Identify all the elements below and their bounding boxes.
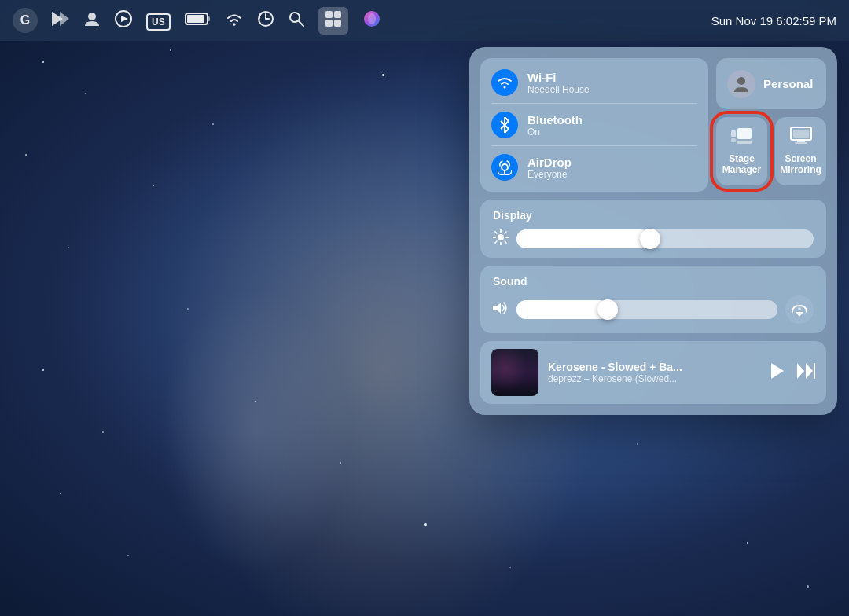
wifi-sublabel: Needell House — [527, 84, 590, 95]
volume-fill — [516, 300, 608, 319]
svg-point-8 — [233, 23, 235, 25]
volume-slider[interactable] — [516, 300, 777, 319]
sound-title: Sound — [493, 275, 814, 288]
svg-point-21 — [737, 77, 745, 85]
right-col: Personal Stage Manager — [716, 58, 826, 192]
grammarly-icon[interactable]: G — [13, 8, 38, 33]
svg-rect-14 — [334, 11, 341, 18]
keyboard-badge: US — [146, 13, 171, 31]
keyboard-input-icon[interactable]: US — [146, 13, 171, 29]
bluetooth-icon-wrap — [491, 112, 518, 138]
svg-line-36 — [505, 241, 506, 243]
volume-icon — [493, 301, 509, 318]
svg-rect-45 — [814, 363, 815, 379]
play-button[interactable] — [770, 362, 785, 383]
svg-marker-4 — [121, 16, 128, 22]
spotlight-icon[interactable] — [289, 11, 304, 31]
directmail-icon[interactable] — [52, 12, 69, 30]
album-art — [491, 349, 538, 396]
svg-rect-7 — [208, 16, 210, 21]
airdrop-label: AirDrop — [527, 156, 572, 169]
svg-point-30 — [498, 234, 504, 240]
svg-marker-43 — [797, 363, 804, 379]
screen-mirroring-icon — [790, 126, 812, 150]
brightness-thumb[interactable] — [640, 229, 660, 249]
wifi-menubar-icon[interactable] — [226, 12, 243, 30]
svg-point-11 — [290, 13, 300, 22]
bluetooth-sublabel: On — [527, 126, 583, 138]
svg-marker-39 — [493, 302, 501, 314]
time-machine-icon[interactable] — [257, 10, 274, 31]
volume-slider-row — [493, 295, 814, 324]
siri-icon[interactable] — [362, 9, 381, 32]
screen-mirroring-label: Screen Mirroring — [780, 153, 821, 176]
svg-line-35 — [495, 232, 497, 233]
track-artist: deprezz – Kerosene (Slowed... — [548, 373, 760, 384]
menubar-datetime: Sun Nov 19 6:02:59 PM — [711, 14, 836, 28]
reeder-icon[interactable] — [115, 10, 132, 31]
svg-rect-22 — [737, 128, 752, 139]
svg-point-18 — [368, 13, 376, 24]
contacts-icon[interactable] — [83, 10, 101, 31]
svg-marker-44 — [806, 363, 813, 379]
svg-rect-24 — [731, 138, 736, 142]
menubar-right: Sun Nov 19 6:02:59 PM — [711, 14, 836, 28]
cc-top-row: Wi-Fi Needell House Bluetooth On — [480, 58, 826, 192]
screen-mirroring-tile[interactable]: Screen Mirroring — [775, 117, 826, 185]
svg-rect-27 — [793, 130, 809, 138]
menubar-left: G US — [13, 7, 381, 35]
svg-marker-40 — [796, 312, 803, 317]
stage-manager-icon — [731, 126, 753, 150]
track-info: Kerosene - Slowed + Ba... deprezz – Kero… — [548, 361, 760, 384]
album-art-inner — [491, 349, 538, 396]
svg-rect-23 — [731, 130, 736, 137]
brightness-fill — [516, 229, 650, 248]
battery-icon[interactable] — [185, 12, 211, 30]
stage-screen-row: Stage Manager Screen Mirroring — [716, 117, 826, 185]
now-playing-section: Kerosene - Slowed + Ba... deprezz – Kero… — [480, 341, 826, 404]
airplay-output-button[interactable] — [785, 295, 814, 324]
airdrop-sublabel: Everyone — [527, 169, 572, 180]
svg-line-12 — [299, 21, 303, 26]
svg-rect-28 — [797, 140, 805, 142]
brightness-slider[interactable] — [516, 229, 814, 248]
svg-rect-6 — [187, 15, 204, 23]
display-section: Display — [480, 200, 826, 258]
svg-rect-16 — [334, 20, 341, 27]
stage-manager-tile[interactable]: Stage Manager — [716, 117, 767, 185]
menubar: G US — [0, 0, 849, 41]
personal-hotspot-icon — [727, 70, 755, 98]
brightness-slider-row — [493, 229, 814, 248]
brightness-icon — [493, 229, 509, 248]
svg-marker-1 — [60, 12, 69, 26]
personal-hotspot-block[interactable]: Personal — [716, 58, 826, 109]
wifi-row[interactable]: Wi-Fi Needell House — [480, 61, 708, 104]
airdrop-row[interactable]: AirDrop Everyone — [480, 146, 708, 189]
sound-section: Sound — [480, 266, 826, 333]
svg-rect-29 — [795, 142, 807, 144]
svg-rect-25 — [737, 141, 752, 144]
volume-thumb[interactable] — [597, 299, 618, 320]
control-center-menubar-icon[interactable] — [318, 7, 348, 35]
connectivity-block: Wi-Fi Needell House Bluetooth On — [480, 58, 708, 192]
svg-rect-15 — [325, 20, 333, 27]
stage-manager-label: Stage Manager — [721, 153, 763, 176]
personal-hotspot-label: Personal — [763, 77, 813, 90]
svg-rect-13 — [325, 11, 333, 18]
svg-marker-42 — [771, 363, 784, 379]
airdrop-text: AirDrop Everyone — [527, 156, 572, 180]
control-center-panel: Wi-Fi Needell House Bluetooth On — [469, 47, 837, 415]
display-title: Display — [493, 209, 814, 222]
svg-point-2 — [88, 13, 96, 20]
skip-forward-button[interactable] — [796, 362, 815, 383]
bluetooth-text: Bluetooth On — [527, 113, 583, 138]
svg-point-20 — [502, 164, 508, 170]
wifi-label: Wi-Fi — [527, 71, 590, 84]
bluetooth-row[interactable]: Bluetooth On — [480, 104, 708, 146]
track-title: Kerosene - Slowed + Ba... — [548, 361, 760, 373]
wifi-icon-wrap — [491, 69, 518, 96]
bluetooth-label: Bluetooth — [527, 113, 583, 126]
svg-point-41 — [798, 307, 801, 310]
svg-line-38 — [505, 232, 506, 233]
svg-point-19 — [504, 86, 506, 89]
